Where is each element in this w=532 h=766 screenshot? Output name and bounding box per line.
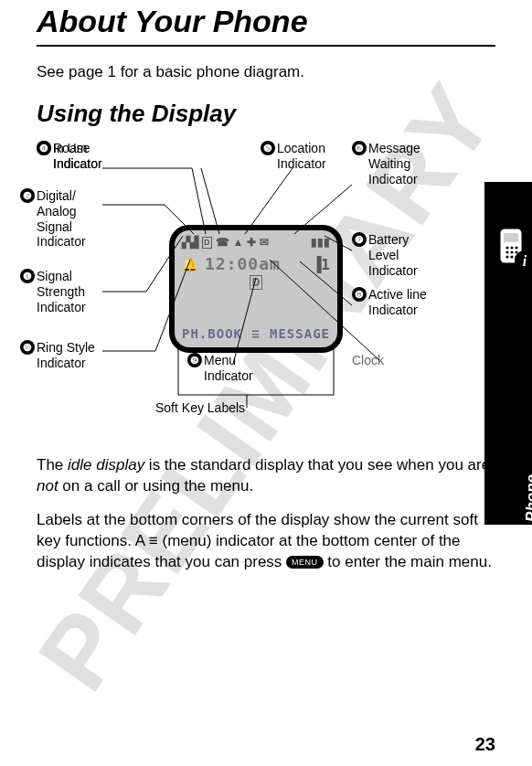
label-roam-text: Roam Indicator (53, 141, 112, 172)
svg-point-5 (505, 250, 508, 253)
label-signal-strength: ❶Signal Strength Indicator (20, 269, 121, 314)
svg-point-9 (510, 255, 513, 258)
svg-point-8 (505, 255, 508, 258)
p1-c: on a call or using the menu. (59, 477, 254, 495)
status-bar: ▞▟ D ☎ ▲ ✚ ✉ ▮▮▮ (182, 236, 330, 249)
in-use-icon: ☎ (216, 236, 229, 249)
svg-text:i: i (523, 253, 527, 269)
label-battery: ❼Battery Level Indicator (352, 232, 452, 278)
callout-6: ❻ (352, 141, 367, 155)
label-signal-strength-text: Signal Strength Indicator (37, 269, 110, 314)
paragraph-idle-display: The idle display is the standard display… (37, 455, 495, 497)
active-line-icon: ▐1 (313, 256, 330, 273)
paragraph-softkeys: Labels at the bottom corners of the disp… (37, 510, 495, 573)
page-number: 23 (475, 734, 495, 755)
side-tab-label: About Your Phone (523, 474, 532, 610)
svg-line-11 (519, 222, 525, 228)
label-location-text: Location Indicator (277, 141, 335, 172)
label-softkeys: Soft Key Labels (155, 400, 245, 416)
callout-8: ❽ (352, 287, 367, 302)
label-message-waiting: ❻Message Waiting Indicator (352, 141, 452, 186)
menu-key-icon: MENU (286, 556, 324, 569)
label-active-line-text: Active line Indicator (368, 287, 442, 318)
callout-4: ❹ (37, 141, 51, 155)
label-ring-style: ❿Ring Style Indicator (20, 340, 130, 371)
label-battery-text: Battery Level Indicator (368, 232, 442, 278)
callout-10: ❿ (20, 340, 35, 355)
message-icon: ✉ (260, 236, 269, 249)
label-ring-style-text: Ring Style Indicator (37, 340, 110, 371)
softkey-left: PH.BOOK (182, 326, 242, 342)
callout-2: ❷ (20, 188, 35, 203)
label-menu-indicator: ❾Menu Indicator (187, 353, 288, 384)
digital-analog-icon: D (202, 237, 212, 249)
p1-b: is the standard display that you see whe… (144, 456, 490, 473)
label-clock: Clock (352, 353, 384, 368)
svg-point-3 (510, 246, 513, 249)
p1-not: not (37, 477, 59, 495)
signal-icon: ▞▟ (182, 236, 198, 249)
title-rule (37, 45, 495, 47)
softkey-right: MESSAGE (270, 326, 330, 342)
phone-display: ▞▟ D ☎ ▲ ✚ ✉ ▮▮▮ 🔔 12:00am ▐1 D (169, 225, 343, 353)
callout-5: ❺ (261, 141, 275, 155)
intro-text: See page 1 for a basic phone diagram. (37, 63, 495, 81)
label-message-waiting-text: Message Waiting Indicator (368, 141, 442, 186)
callout-7: ❼ (352, 232, 367, 247)
battery-icon: ▮▮▮ (311, 236, 330, 249)
p1-idle: idle display (68, 456, 144, 473)
page-title: About Your Phone (37, 4, 495, 39)
section-heading: Using the Display (37, 100, 495, 128)
location-icon: ✚ (247, 236, 256, 249)
label-menu-indicator-text: Menu Indicator (204, 353, 268, 384)
svg-point-2 (505, 246, 508, 249)
softkey-menu-glyph: ≡ (251, 326, 260, 342)
label-digital-analog-text: Digital/ Analog Signal Indicator (37, 188, 110, 250)
callout-9: ❾ (187, 353, 202, 367)
p1-a: The (37, 456, 68, 473)
svg-point-6 (510, 250, 513, 253)
callout-1: ❶ (20, 269, 35, 283)
menu-indicator-icon: D (182, 276, 330, 289)
label-active-line: ❽Active line Indicator (352, 287, 452, 318)
ring-style-icon: 🔔 (182, 257, 197, 272)
svg-point-7 (515, 250, 517, 253)
roam-icon: ▲ (233, 236, 244, 249)
clock-text: 12:00am (205, 254, 281, 274)
side-tab: i About Your Phone (484, 182, 532, 525)
label-digital-analog: ❷Digital/ Analog Signal Indicator (20, 188, 121, 250)
svg-rect-1 (504, 233, 518, 242)
phone-info-icon: i (488, 222, 532, 275)
display-diagram: ❸In Use Indicator ❹Roam Indicator ❺Locat… (37, 141, 475, 442)
label-roam: ❹Roam Indicator (37, 141, 119, 172)
svg-point-4 (515, 246, 517, 249)
p2-c: to enter the main menu. (324, 553, 492, 570)
menu-glyph-icon: ≡ (149, 532, 158, 549)
label-location: ❺Location Indicator (261, 141, 343, 172)
